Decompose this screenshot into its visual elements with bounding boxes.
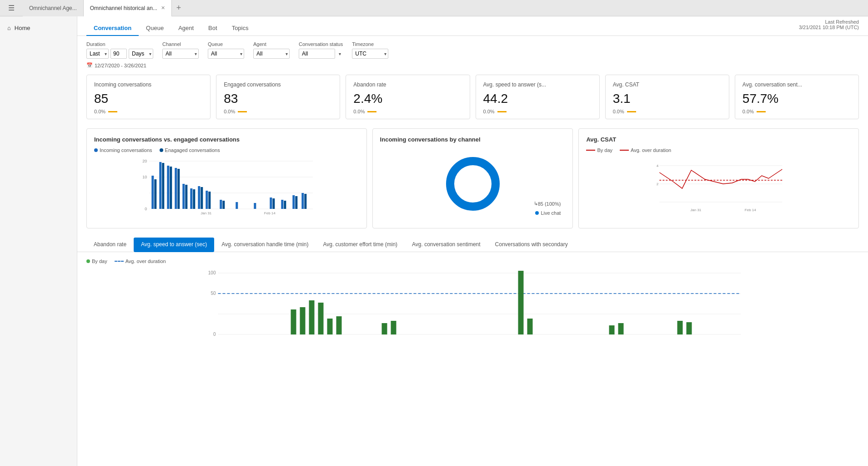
bottom-tab-abandon[interactable]: Abandon rate — [86, 238, 134, 252]
date-range: 📅 12/27/2020 - 3/26/2021 — [77, 61, 868, 70]
svg-rect-34 — [295, 196, 297, 209]
svg-rect-62 — [391, 321, 396, 334]
line-chart: 4 2 Jan 31 Feb 14 — [586, 157, 851, 216]
bar-legend-incoming: Incoming conversations — [94, 147, 152, 153]
svg-rect-8 — [154, 179, 156, 209]
donut-label: Live chat — [535, 210, 561, 216]
bottom-bar-chart: 100 50 0 — [86, 268, 859, 350]
bar-chart: 20 10 0 — [94, 157, 359, 216]
svg-rect-19 — [198, 186, 200, 209]
tab-bot[interactable]: Bot — [201, 21, 225, 36]
donut-value-label: ↳ 85 (100%) — [534, 201, 561, 207]
channel-select[interactable]: All — [162, 49, 199, 59]
duration-unit-select[interactable]: Days — [129, 49, 153, 59]
svg-rect-14 — [177, 169, 180, 209]
tab-topics[interactable]: Topics — [225, 21, 256, 36]
svg-rect-16 — [185, 185, 187, 209]
conv-status-select[interactable]: All — [299, 49, 335, 59]
svg-rect-9 — [159, 162, 161, 209]
close-icon[interactable]: ✕ — [161, 5, 165, 11]
bottom-tab-effort[interactable]: Avg. customer effort time (min) — [316, 238, 405, 252]
last-refreshed: Last Refreshed 3/21/2021 10:18 PM (UTC) — [799, 19, 859, 30]
donut-chart-card: Incoming conversations by channel Live c… — [372, 128, 573, 228]
tab-omnichannel-agent[interactable]: Omnichannel Age... — [23, 0, 84, 16]
svg-rect-10 — [162, 163, 164, 209]
line-legend-byday: By day — [586, 147, 612, 153]
kpi-engaged: Engaged conversations 83 0.0% — [216, 75, 340, 119]
bottom-legend-avg: Avg. over duration — [115, 258, 166, 264]
bar-chart-svg: 20 10 0 — [94, 157, 359, 216]
sidebar-item-home[interactable]: ⌂ Home — [0, 21, 77, 35]
home-icon: ⌂ — [7, 25, 11, 31]
calendar-icon: 📅 — [86, 62, 93, 68]
duration-option-select[interactable]: Last — [86, 49, 109, 59]
svg-text:Feb 14: Feb 14 — [264, 211, 276, 215]
svg-rect-20 — [201, 187, 203, 209]
bottom-tab-speed[interactable]: Avg. speed to answer (sec) — [134, 238, 214, 252]
bottom-tab-sentiment[interactable]: Avg. conversation sentiment — [405, 238, 488, 252]
timezone-select[interactable]: UTC — [352, 49, 388, 59]
queue-select[interactable]: All — [208, 49, 244, 59]
svg-text:50: 50 — [211, 291, 216, 296]
svg-text:Jan 31: Jan 31 — [201, 211, 212, 215]
svg-rect-33 — [292, 195, 295, 209]
svg-text:10: 10 — [142, 175, 147, 179]
bar-chart-card: Incoming conversations vs. engaged conve… — [86, 128, 367, 228]
svg-rect-65 — [609, 325, 615, 334]
kpi-abandon: Abandon rate 2.4% 0.0% — [346, 75, 470, 119]
svg-text:2: 2 — [657, 182, 659, 186]
svg-rect-59 — [327, 319, 333, 334]
svg-rect-63 — [518, 271, 524, 334]
line-legend-avg: Avg. over duration — [620, 147, 671, 153]
bottom-chart-area: By day Avg. over duration 100 50 — [77, 252, 868, 357]
line-chart-svg: 4 2 Jan 31 Feb 14 — [586, 157, 851, 216]
svg-text:20: 20 — [142, 159, 147, 163]
svg-rect-11 — [167, 166, 169, 209]
tab-omnichannel-historical[interactable]: Omnichannel historical an... ✕ — [84, 0, 172, 16]
svg-rect-64 — [527, 319, 533, 334]
svg-text:Jan 31: Jan 31 — [691, 208, 702, 212]
bottom-legend-byday: By day — [86, 258, 107, 264]
svg-rect-7 — [151, 176, 154, 209]
svg-rect-29 — [272, 198, 275, 209]
hamburger-icon[interactable]: ☰ — [0, 0, 23, 16]
svg-text:100: 100 — [208, 270, 216, 275]
bottom-tab-secondary[interactable]: Conversations with secondary — [488, 238, 575, 252]
duration-filter: Duration Last Days — [86, 41, 153, 59]
timezone-filter: Timezone UTC — [352, 41, 388, 59]
svg-rect-15 — [182, 184, 185, 209]
tab-add-button[interactable]: + — [172, 0, 186, 16]
svg-rect-28 — [270, 198, 272, 209]
svg-rect-66 — [618, 323, 624, 334]
svg-rect-31 — [281, 200, 283, 209]
svg-rect-56 — [300, 307, 306, 334]
donut-chart: Live chat ↳ 85 (100%) — [380, 147, 566, 220]
svg-rect-21 — [206, 191, 208, 209]
svg-rect-18 — [193, 189, 195, 209]
bottom-legend: By day Avg. over duration — [86, 258, 859, 264]
tab-conversation[interactable]: Conversation — [86, 21, 139, 36]
queue-filter: Queue All — [208, 41, 244, 59]
tab-agent[interactable]: Agent — [171, 21, 201, 36]
svg-rect-58 — [318, 303, 324, 334]
svg-text:4: 4 — [657, 164, 659, 168]
svg-text:Feb 14: Feb 14 — [745, 208, 756, 212]
bar-legend-engaged: Enagaged conversations — [160, 147, 220, 153]
svg-rect-61 — [382, 323, 387, 334]
bottom-tab-handle[interactable]: Avg. conversation handle time (min) — [214, 238, 316, 252]
svg-point-38 — [459, 170, 487, 198]
agent-select[interactable]: All — [253, 49, 290, 59]
kpi-sentiment: Avg. conversation sent... 57.7% 0.0% — [735, 75, 859, 119]
conv-status-filter: Conversation status All — [299, 41, 343, 59]
svg-rect-17 — [190, 188, 192, 209]
svg-rect-36 — [304, 194, 306, 209]
agent-filter: Agent All — [253, 41, 290, 59]
svg-rect-12 — [170, 167, 172, 209]
svg-rect-35 — [301, 193, 304, 209]
svg-rect-27 — [254, 203, 256, 209]
tab-queue[interactable]: Queue — [139, 21, 171, 36]
duration-days-input[interactable] — [110, 49, 127, 59]
svg-rect-13 — [175, 168, 177, 209]
svg-rect-57 — [309, 300, 315, 334]
kpi-csat: Avg. CSAT 3.1 0.0% — [605, 75, 729, 119]
